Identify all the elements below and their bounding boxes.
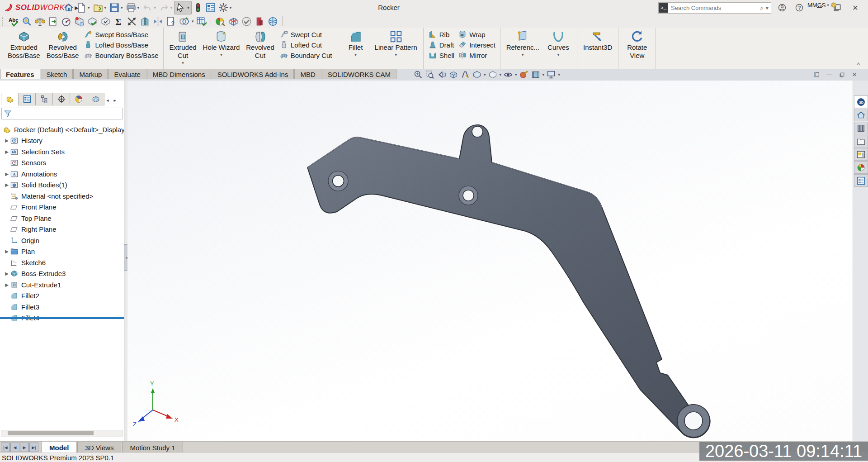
view-orientation-icon[interactable]	[472, 70, 482, 80]
tree-item-history[interactable]: ▶History	[0, 135, 124, 147]
design-table-icon[interactable]	[196, 16, 207, 27]
ribbon-button-lofted-boss-base[interactable]: Lofted Boss/Base	[84, 40, 158, 50]
expand-arrow-icon[interactable]: ▶	[4, 171, 10, 176]
equations-icon[interactable]: Σ	[113, 16, 124, 27]
ribbon-button-boundary-cut[interactable]: Boundary Cut	[279, 50, 332, 60]
dropdown-caret-icon[interactable]: ▾	[354, 52, 357, 57]
previous-view-icon[interactable]	[437, 70, 447, 80]
select-tool-button[interactable]: ▾	[174, 1, 192, 14]
panel-tab-pane-extra[interactable]	[87, 93, 104, 105]
tree-item-top-plane[interactable]: Top Plane	[0, 213, 124, 224]
tab-last-button[interactable]: ▶|	[29, 443, 38, 452]
zoom-to-fit-icon[interactable]	[413, 70, 423, 80]
property-tab-button[interactable]	[204, 1, 217, 14]
undo-button[interactable]: ▾	[141, 1, 158, 14]
doc-close-button[interactable]: ✕	[849, 71, 859, 79]
part-hole-top-lug[interactable]	[472, 126, 483, 137]
tree-item-annotations[interactable]: ▶AAnnotations	[0, 168, 124, 180]
indicator-light-button[interactable]	[192, 1, 204, 14]
expand-arrow-icon[interactable]: ▶	[4, 249, 10, 254]
taskpane-appearances-scenes-button[interactable]	[854, 161, 868, 174]
tab-solidworks-cam[interactable]: SOLIDWORKS CAM	[322, 69, 396, 79]
expand-arrow-icon[interactable]: ▶	[4, 182, 10, 187]
taskpane-design-library-button[interactable]	[854, 122, 868, 134]
assembly-visualization-icon[interactable]	[74, 16, 85, 27]
tree-item-material-not-specified[interactable]: Material <not specified>	[0, 191, 124, 202]
tree-item-cut-extrude1[interactable]: ▶Cut-Extrude1	[0, 279, 124, 291]
bottom-tab-motion-study-1[interactable]: Motion Study 1	[122, 442, 183, 453]
expand-arrow-icon[interactable]: ▶	[4, 282, 10, 287]
spell-check-icon[interactable]: Abc	[8, 16, 19, 27]
home-button[interactable]	[62, 1, 75, 14]
verify-solid-icon[interactable]	[87, 16, 98, 27]
taskpane-file-explorer-button[interactable]	[854, 135, 868, 148]
help-button[interactable]: ?	[793, 2, 805, 14]
save-button[interactable]: ▾	[108, 1, 125, 14]
panel-tabs-scroll-left[interactable]: ◂	[104, 95, 111, 105]
tree-item-fillet3[interactable]: Fillet3	[0, 301, 124, 313]
tree-item-selection-sets[interactable]: ▶Selection Sets	[0, 146, 124, 157]
dropdown-caret-icon[interactable]: ▾	[137, 5, 140, 10]
tab-features[interactable]: Features	[0, 69, 40, 79]
redo-button[interactable]: ▾	[158, 1, 175, 14]
ribbon-button-extruded-boss-base[interactable]: ExtrudedBoss/Base	[5, 29, 43, 68]
performance-evaluation-icon[interactable]	[61, 16, 72, 27]
tree-item-plan[interactable]: ▶Plan	[0, 246, 124, 257]
expand-arrow-icon[interactable]: ▶	[4, 149, 10, 154]
ribbon-button-intersect[interactable]: Intersect	[458, 40, 495, 50]
rollback-bar[interactable]	[0, 317, 124, 319]
user-account-button[interactable]	[776, 2, 788, 14]
tab-next-button[interactable]: ▶	[20, 443, 29, 452]
edrawings-globe-icon[interactable]	[267, 16, 278, 27]
tree-item-right-plane[interactable]: Right Plane	[0, 224, 124, 235]
dropdown-caret-icon[interactable]: ▾	[187, 5, 189, 10]
zoom-to-area-icon[interactable]	[425, 70, 435, 80]
print-button[interactable]: ▾	[125, 1, 142, 14]
edit-appearance-wheel-icon[interactable]	[215, 16, 226, 27]
taskpane-custom-properties-button[interactable]	[854, 174, 868, 187]
visualization-grid-icon[interactable]	[228, 16, 239, 27]
ribbon-button-instant3d[interactable]: Instant3D	[580, 29, 615, 68]
dropdown-caret-icon[interactable]: ▾	[121, 5, 123, 10]
export-document-icon[interactable]	[47, 16, 59, 27]
part-hole-middle[interactable]	[463, 190, 474, 201]
ribbon-button-revolved-cut[interactable]: RevolvedCut	[243, 29, 278, 68]
dropdown-caret-icon[interactable]: ▾	[192, 19, 194, 24]
dropdown-caret-icon[interactable]: ▾	[395, 52, 397, 57]
tree-item-fillet2[interactable]: Fillet2	[0, 291, 124, 302]
panel-tab-dimxpert-manager[interactable]	[52, 93, 70, 105]
ribbon-button-shell[interactable]: Shell	[428, 50, 454, 60]
annotation-views-icon[interactable]	[460, 70, 470, 80]
ribbon-button-hole-wizard[interactable]: Hole Wizard▾	[200, 29, 243, 68]
taskpane-threedexperience-button[interactable]: 3D	[854, 95, 868, 108]
dropdown-caret-icon[interactable]: ▾	[484, 72, 486, 77]
search-input[interactable]	[668, 5, 760, 11]
panel-tab-property-manager[interactable]	[18, 93, 36, 105]
tab-mbd-dimensions[interactable]: MBD Dimensions	[147, 69, 211, 79]
doc-minimize-button[interactable]: —	[824, 71, 834, 79]
bottom-tab-3d-views[interactable]: 3D Views	[77, 442, 121, 453]
deviation-analysis-icon[interactable]	[126, 16, 137, 27]
dropdown-caret-icon[interactable]: ▾	[542, 72, 545, 77]
compare-documents-icon[interactable]	[179, 16, 190, 27]
tree-item-sketch6[interactable]: Sketch6	[0, 257, 124, 268]
ribbon-button-extruded-cut[interactable]: ExtrudedCut▾	[166, 29, 200, 68]
ribbon-button-rotate-view[interactable]: RotateView	[621, 29, 653, 68]
part-hole-bottom-ring[interactable]	[684, 412, 703, 430]
tree-item-solid-bodies-1[interactable]: ▶Solid Bodies(1)	[0, 180, 124, 191]
dropdown-caret-icon[interactable]: ▾	[522, 52, 524, 57]
tab-first-button[interactable]: |◀	[1, 443, 10, 452]
ribbon-button-draft[interactable]: Draft	[428, 40, 454, 50]
options-gear-button[interactable]: ▾	[217, 1, 234, 14]
import-diagnostics-icon[interactable]: ?	[165, 16, 177, 27]
panel-tab-configuration-manager[interactable]	[35, 93, 53, 105]
hide-show-items-icon[interactable]	[503, 70, 513, 80]
design-approval-icon[interactable]	[241, 16, 252, 27]
toolbar-grip[interactable]	[2, 17, 5, 26]
taskpane-view-palette-button[interactable]	[854, 148, 868, 161]
taskpane-solidworks-resources-button[interactable]	[854, 109, 868, 121]
search-commands-box[interactable]: >_ ⌕ ▾	[658, 2, 771, 14]
view-settings-icon[interactable]	[546, 70, 556, 80]
dropdown-caret-icon[interactable]: ▾	[220, 52, 222, 57]
apply-scene-icon[interactable]	[531, 70, 541, 80]
